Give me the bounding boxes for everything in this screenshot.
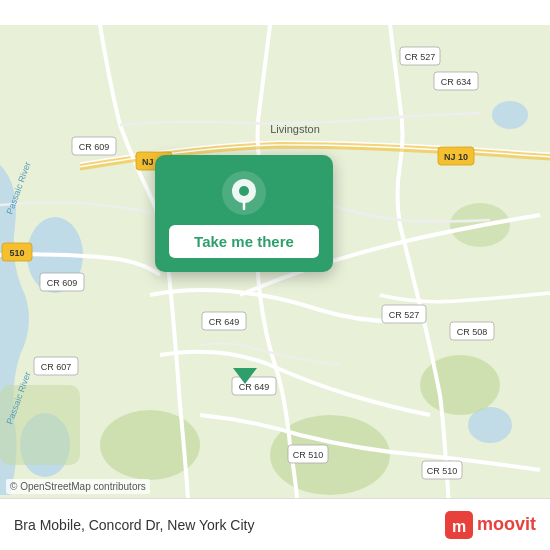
map-container: CR 527 CR 649 CR 649 CR 510 CR 510 CR 52… xyxy=(0,0,550,550)
svg-text:CR 510: CR 510 xyxy=(427,466,458,476)
location-pin-icon xyxy=(222,171,266,215)
bottom-bar: Bra Mobile, Concord Dr, New York City m … xyxy=(0,498,550,550)
popup-arrow xyxy=(233,368,257,384)
svg-text:Livingston: Livingston xyxy=(270,123,320,135)
svg-text:CR 527: CR 527 xyxy=(389,310,420,320)
svg-point-43 xyxy=(239,186,249,196)
popup-card: Take me there xyxy=(155,155,333,272)
map-attribution: © OpenStreetMap contributors xyxy=(6,479,150,494)
take-me-there-button[interactable]: Take me there xyxy=(169,225,319,258)
svg-text:CR 649: CR 649 xyxy=(209,317,240,327)
svg-point-4 xyxy=(492,101,528,129)
moovit-icon: m xyxy=(445,511,473,539)
svg-text:CR 609: CR 609 xyxy=(47,278,78,288)
map-background: CR 527 CR 649 CR 649 CR 510 CR 510 CR 52… xyxy=(0,0,550,550)
moovit-logo: m moovit xyxy=(445,511,536,539)
location-text: Bra Mobile, Concord Dr, New York City xyxy=(14,517,254,533)
svg-text:CR 609: CR 609 xyxy=(79,142,110,152)
svg-text:CR 510: CR 510 xyxy=(293,450,324,460)
svg-text:CR 527: CR 527 xyxy=(405,52,436,62)
moovit-label: moovit xyxy=(477,514,536,535)
svg-text:510: 510 xyxy=(9,248,24,258)
svg-text:CR 607: CR 607 xyxy=(41,362,72,372)
svg-text:CR 634: CR 634 xyxy=(441,77,472,87)
svg-text:CR 508: CR 508 xyxy=(457,327,488,337)
svg-text:m: m xyxy=(452,518,466,535)
svg-text:NJ 10: NJ 10 xyxy=(444,152,468,162)
